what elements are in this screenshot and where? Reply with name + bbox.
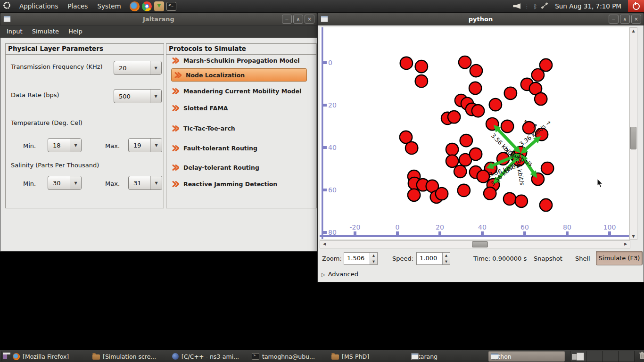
network-node[interactable] xyxy=(540,199,552,211)
panel-menu-places[interactable]: Places xyxy=(63,2,92,10)
close-button[interactable]: × xyxy=(631,15,641,24)
network-node[interactable] xyxy=(459,56,471,68)
spin-down-icon[interactable]: ▼ xyxy=(445,259,447,265)
spinner-buttons[interactable]: ▲▼ xyxy=(442,253,450,264)
network-node[interactable] xyxy=(477,170,489,182)
network-node[interactable] xyxy=(408,189,420,201)
panel-menu-system[interactable]: System xyxy=(92,2,125,10)
vertical-scrollbar[interactable]: ▲ ▼ xyxy=(629,27,637,240)
network-node[interactable] xyxy=(540,59,552,71)
workspace-4[interactable] xyxy=(619,351,635,362)
protocol-item-marsh-schulkin-propagation-model[interactable]: Marsh-Schulkin Propagation Model xyxy=(169,54,306,66)
firefox-launcher-icon[interactable] xyxy=(130,1,140,11)
close-button[interactable]: × xyxy=(305,15,314,24)
scroll-down-icon[interactable]: ▼ xyxy=(630,234,637,239)
temp-max-dropdown[interactable]: 19 ▼ xyxy=(128,138,162,152)
workspace-switcher[interactable] xyxy=(570,351,635,362)
protocol-item-reactive-jamming-detection[interactable]: Reactive Jamming Detection xyxy=(169,178,306,190)
protocol-item-delay-tolerant-routing[interactable]: Delay-tolerant Routing xyxy=(169,161,306,173)
scroll-right-icon[interactable]: ▶ xyxy=(622,242,629,246)
spin-up-icon[interactable]: ▲ xyxy=(445,253,447,259)
protocol-item-node-localization[interactable]: Node Localization xyxy=(171,68,307,82)
network-node[interactable] xyxy=(484,187,496,199)
taskbar-item-tamoghna-ubu-[interactable]: tamoghna@ubu... xyxy=(249,351,326,362)
show-desktop-button[interactable] xyxy=(1,351,2,362)
menu-simulate[interactable]: Simulate xyxy=(27,25,64,38)
network-node[interactable] xyxy=(535,93,547,105)
minimize-button[interactable]: − xyxy=(609,15,619,24)
bluetooth-icon[interactable]: ᛒ xyxy=(533,3,537,10)
jaltarang-titlebar[interactable]: Jaltarang − ∧ × xyxy=(0,12,317,25)
power-button[interactable] xyxy=(628,0,644,12)
maximize-button[interactable]: ∧ xyxy=(293,15,303,24)
network-node[interactable] xyxy=(541,162,553,174)
simulation-canvas[interactable]: 020406080-200204060801003.36 kbit/s3.36 … xyxy=(320,27,629,239)
taskbar-item-jaltarang[interactable]: Jaltarang xyxy=(409,351,485,362)
speed-spinbox[interactable]: 1.000 ▲▼ xyxy=(416,252,450,265)
network-node[interactable] xyxy=(458,184,470,197)
network-node[interactable] xyxy=(515,195,528,207)
protocol-item-meandering-current-mobility-model[interactable]: Meandering Current Mobility Model xyxy=(169,85,306,97)
advanced-expander[interactable]: ▷Advanced xyxy=(322,271,358,278)
zoom-spinbox[interactable]: 1.506 ▲▼ xyxy=(344,252,378,265)
network-node[interactable] xyxy=(501,120,513,132)
protocol-item-fault-tolerant-routing[interactable]: Fault-tolerant Routing xyxy=(169,142,306,154)
sal-min-dropdown[interactable]: 30 ▼ xyxy=(48,176,82,190)
network-node[interactable] xyxy=(446,143,458,156)
shell-button[interactable]: Shell xyxy=(575,255,590,262)
network-node[interactable] xyxy=(405,142,418,154)
panel-menu-applications[interactable]: Applications xyxy=(15,2,63,10)
protocol-item-tic-tac-toe-arch[interactable]: Tic-Tac-Toe-arch xyxy=(169,122,306,134)
ubuntu-logo-icon[interactable] xyxy=(3,1,11,11)
network-icon[interactable] xyxy=(541,2,548,11)
scrollbar-thumb[interactable] xyxy=(472,241,488,247)
taskbar-item--c-c-ns3-ami-[interactable]: [C/C++ - ns3-ami... xyxy=(170,351,246,362)
chrome-launcher-icon[interactable] xyxy=(142,1,152,11)
menu-input[interactable]: Input xyxy=(2,25,27,38)
spinner-buttons[interactable]: ▲▼ xyxy=(370,253,377,264)
scrollbar-thumb[interactable] xyxy=(630,127,636,149)
network-node[interactable] xyxy=(489,99,502,111)
network-node[interactable] xyxy=(470,65,482,77)
horizontal-scrollbar[interactable]: ◀ ▶ xyxy=(320,240,630,248)
sal-max-dropdown[interactable]: 31 ▼ xyxy=(128,176,162,190)
maximize-button[interactable]: ∧ xyxy=(620,15,630,24)
network-node[interactable] xyxy=(454,165,466,178)
taskbar-item--simulation-scre-[interactable]: [Simulation scre... xyxy=(90,351,166,362)
network-node[interactable] xyxy=(469,82,481,94)
network-node[interactable] xyxy=(415,60,428,73)
network-node[interactable] xyxy=(415,75,428,87)
network-node[interactable] xyxy=(504,87,517,99)
protocol-item-slotted-fama[interactable]: Slotted FAMA xyxy=(169,102,306,114)
clock[interactable]: Sun Aug 31, 7:10 PM xyxy=(555,2,621,10)
transmission-frequency-dropdown[interactable]: 20 ▼ xyxy=(114,61,162,75)
taskbar-item--mozilla-firefox-[interactable]: [Mozilla Firefox] xyxy=(10,351,87,362)
trash-icon[interactable] xyxy=(638,351,644,362)
network-node[interactable] xyxy=(472,105,484,117)
menu-help[interactable]: Help xyxy=(64,25,87,38)
network-node[interactable] xyxy=(470,148,482,160)
python-titlebar[interactable]: python − ∧ × xyxy=(317,12,644,25)
taskbar-item--ms-phd-[interactable]: [MS-PhD] xyxy=(329,351,405,362)
spin-up-icon[interactable]: ▲ xyxy=(372,253,375,259)
spin-down-icon[interactable]: ▼ xyxy=(372,259,375,265)
workspace-3[interactable] xyxy=(603,351,619,362)
network-node[interactable] xyxy=(446,155,458,167)
scroll-up-icon[interactable]: ▲ xyxy=(630,29,637,33)
network-node[interactable] xyxy=(504,193,516,205)
snapshot-button[interactable]: Snapshot xyxy=(534,255,562,262)
volume-icon[interactable] xyxy=(513,3,520,9)
network-node[interactable] xyxy=(460,134,472,147)
network-node[interactable] xyxy=(400,57,413,69)
scroll-left-icon[interactable]: ◀ xyxy=(321,242,328,246)
workspace-1[interactable] xyxy=(570,351,586,362)
network-node[interactable] xyxy=(448,111,460,123)
minimize-button[interactable]: − xyxy=(282,15,292,24)
workspace-2[interactable] xyxy=(586,351,603,362)
network-node[interactable] xyxy=(436,188,448,200)
data-rate-dropdown[interactable]: 500 ▼ xyxy=(114,89,162,103)
package-manager-icon[interactable] xyxy=(154,1,164,11)
simulate-button[interactable]: Simulate (F3) xyxy=(596,251,643,265)
temp-min-dropdown[interactable]: 18 ▼ xyxy=(48,138,82,152)
terminal-launcher-icon[interactable] xyxy=(166,2,176,11)
